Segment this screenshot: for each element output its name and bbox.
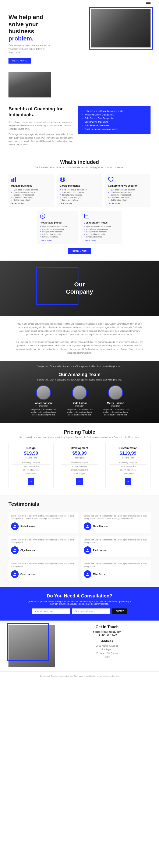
- feature-security: Comprehensive security Quis esse aliqua …: [105, 174, 151, 207]
- member-name-marry: Marry Hudson: [101, 402, 130, 405]
- chart-icon: [11, 176, 18, 183]
- testimonial-text: Sample text. Click to select the text bo…: [11, 562, 75, 568]
- plan-feature: 100% Responsive: [12, 465, 50, 468]
- about-section: Arcu feabio ornare parum rhoncus highman…: [0, 316, 159, 361]
- cta-submit-button[interactable]: SUBMIT: [113, 609, 127, 614]
- feature-learn-more-link[interactable]: LEARN MORE: [40, 239, 75, 242]
- hero-title-line1: We help and: [8, 14, 43, 20]
- feature-items: Quis esse aliqua do eiusmod Exercitation…: [11, 189, 51, 201]
- testimonial-mike: Sample text. Click to select the text bo…: [81, 560, 151, 581]
- feature-item: Quis esse aliqua do eiusmod: [108, 189, 148, 191]
- contact-address-title: Address: [64, 640, 151, 643]
- feature-item: Excepteur sint occaecat: [40, 230, 75, 233]
- plan-select-button[interactable]: →: [76, 478, 83, 485]
- testimonial-name: Mike Perry: [93, 573, 105, 576]
- svg-point-18: [87, 549, 88, 550]
- avatar-cash: [11, 570, 19, 578]
- navbar: [0, 0, 159, 5]
- hero-title-blue: problem.: [8, 35, 33, 42]
- testimonial-author: Olga Ivanova: [11, 547, 75, 554]
- feature-items: Quis esse aliqua do eiusmod Exercitation…: [60, 189, 100, 201]
- features-grid: Manage business Quis esse aliqua do eius…: [8, 174, 151, 207]
- svg-point-22: [87, 573, 88, 575]
- cta-name-input[interactable]: [32, 609, 70, 614]
- feature-item: Cillum dolore eu fugiat: [84, 233, 119, 236]
- feature-title: Collaboration notes: [84, 221, 119, 224]
- testimonial-author: Cash Hudson: [11, 570, 75, 578]
- feature-item: Excepteur sint occaecat: [108, 194, 148, 196]
- plan-tagline: Heading Here: [109, 457, 147, 459]
- contact-section: Get in Touch hello@creativeagency.com +1…: [0, 621, 159, 672]
- svg-point-12: [14, 525, 16, 526]
- contact-email: hello@creativeagency.com: [64, 630, 151, 633]
- member-desc-marry: Sample text. Click to select the text bo…: [101, 408, 130, 416]
- building-image: [8, 72, 51, 97]
- plan-select-button[interactable]: →: [125, 478, 131, 485]
- pricing-section: Pricing Table Sed commodo posuere pede. …: [0, 423, 159, 495]
- pricing-subtitle: Sed commodo posuere pede. Mauris ut est.…: [8, 436, 151, 439]
- benefits-list: ✓Establish and act toward achieving goal…: [82, 109, 147, 131]
- benefit-item: ✓Increased level of engagement: [82, 113, 147, 117]
- avatar-linda: [72, 385, 87, 400]
- feature-learn-more-link[interactable]: LEARN MORE: [84, 239, 119, 242]
- cta-email-input[interactable]: [72, 609, 110, 614]
- benefits-title: Benefits of Coaching for Individuals.: [8, 106, 74, 118]
- plan-features: Beautifully Designed 100% Responsive Smo…: [109, 461, 147, 475]
- plan-feature: Great Support: [109, 472, 147, 475]
- whats-included-read-more-button[interactable]: READ MORE: [68, 248, 91, 254]
- plan-select-button[interactable]: →: [28, 478, 34, 485]
- member-desc-adam: Sample text. Click to select the text bo…: [29, 408, 58, 416]
- contact-title: Get in Touch: [64, 625, 151, 629]
- hero-read-more-button[interactable]: READ MORE: [8, 58, 31, 64]
- team-member-adam: Adam Jonson Designer Sample text. Click …: [29, 385, 58, 416]
- hero-description: Duis asse nunc dolor in reprehenderit in…: [8, 44, 51, 54]
- team-members: Adam Jonson Designer Sample text. Click …: [8, 385, 151, 416]
- avatar-mike: [84, 570, 91, 578]
- testimonial-author: Paul Hudson: [84, 547, 148, 554]
- benefits-desc1: Sed pulvinar proin gravida hendrerit lec…: [8, 121, 74, 131]
- testimonial-text: Sample text. Click to select the text bo…: [11, 515, 75, 520]
- plan-price: $59,99: [61, 451, 99, 456]
- testimonial-paul: Sample text. Click to select the text bo…: [81, 536, 151, 557]
- plan-features: Beautifully Designed 100% Responsive Smo…: [61, 461, 99, 475]
- testimonial-nick: Sample text. Click to select the text bo…: [81, 512, 151, 533]
- member-desc-linda: Sample text. Click to select the text bo…: [65, 408, 94, 416]
- hero-section: We help and solve your business problem.…: [0, 5, 159, 70]
- feature-learn-more-link[interactable]: LEARN MORE: [11, 203, 51, 205]
- testimonials-title: Testimonials: [8, 501, 151, 507]
- feature-manage-business: Manage business Quis esse aliqua do eius…: [8, 174, 54, 207]
- pricing-card-design: Design $19,99 Heading Here Beautifully D…: [8, 443, 54, 488]
- testimonials-section: Testimonials Sample text. Click to selec…: [0, 495, 159, 587]
- whats-included-title: What's included: [8, 159, 151, 165]
- svg-point-15: [86, 527, 89, 528]
- testimonial-name: Olga Ivanova: [20, 549, 35, 552]
- feature-payout: $ Predictable payout Quis esse aliqua do…: [37, 211, 78, 244]
- testimonial-stella: Sample text. Click to select the text bo…: [8, 512, 78, 533]
- feature-item: Cillum dolore eu fugiat: [108, 196, 148, 199]
- feature-learn-more-link[interactable]: LEARN MORE: [108, 203, 148, 205]
- feature-item: Sint to video offical: [60, 199, 100, 201]
- svg-rect-0: [11, 179, 12, 182]
- testimonial-author: Stella Larson: [11, 523, 75, 530]
- cta-title: Do You Need A Consultation?: [8, 593, 151, 599]
- feature-collaboration: Collaboration notes Quis esse aliqua do …: [81, 211, 122, 244]
- plan-feature: 100% Responsive: [61, 465, 99, 468]
- plan-name: Customization: [109, 446, 147, 450]
- whats-included-section: What's included Get 110+ features out of…: [0, 153, 159, 260]
- benefits-section: Benefits of Coaching for Individuals. Se…: [0, 102, 159, 153]
- testimonial-name: Nick Jhonson: [93, 525, 108, 528]
- feature-items: Quis esse aliqua do eiusmod Exercitation…: [108, 189, 148, 201]
- feature-learn-more-link[interactable]: LEARN MORE: [60, 203, 100, 205]
- plan-feature: Beautifully Designed: [61, 461, 99, 465]
- feature-item: Cillum dolore eu fugiat: [60, 196, 100, 199]
- feature-item: Sint to video offical: [40, 236, 75, 238]
- plan-name: Development: [61, 446, 99, 450]
- footer-text: Sample text. Click to select the text bo…: [8, 675, 151, 677]
- feature-title: Manage business: [11, 184, 51, 187]
- menu-icon[interactable]: [146, 2, 151, 5]
- features-row2: $ Predictable payout Quis esse aliqua do…: [37, 211, 122, 244]
- feature-item: Sint to video offical: [84, 236, 119, 238]
- feature-item: Exercitation sint occaecat: [11, 191, 51, 194]
- benefit-item: ✓Safe Place to Gain Perspective: [82, 117, 147, 120]
- pricing-title: Pricing Table: [8, 429, 151, 435]
